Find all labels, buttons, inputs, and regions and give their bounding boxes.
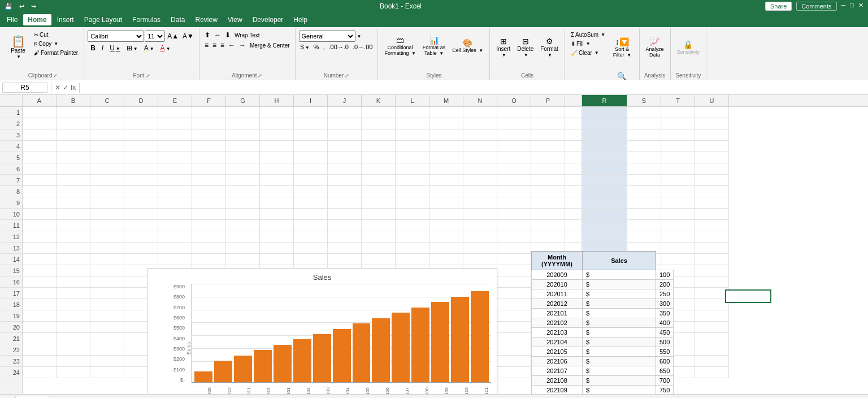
col-header-a[interactable]: A [23,95,57,106]
increase-indent-btn[interactable]: → [237,41,248,50]
cell-12-10[interactable] [328,231,362,243]
cell-12-2[interactable] [57,231,90,243]
cell-12-15[interactable] [497,231,531,243]
cell-14-5[interactable] [158,254,192,265]
cell-4-8[interactable] [260,141,294,152]
format-as-table-btn[interactable]: 📊 Format asTable ▼ [420,31,449,62]
cell-21-1[interactable] [23,333,57,344]
row-num-20[interactable]: 20 [0,322,22,333]
analyze-data-btn[interactable]: 📈 AnalyzeData [643,31,667,64]
font-name-select[interactable]: Calibri [88,31,144,42]
cell-12-20[interactable] [661,231,695,243]
minimize-btn[interactable]: ─ [841,2,846,11]
cell-1-11[interactable] [362,107,396,118]
cell-5-11[interactable] [362,152,396,163]
cell-3-6[interactable] [192,129,226,141]
cell-14-2[interactable] [57,254,90,265]
cell-7-9[interactable] [294,175,328,186]
cell-7-16[interactable] [531,175,565,186]
cell-2-6[interactable] [192,118,226,129]
cell-2-20[interactable] [661,118,695,129]
cell-8-4[interactable] [124,186,158,197]
cell-13-7[interactable] [226,243,260,254]
row-num-5[interactable]: 5 [0,152,22,163]
cell-1-14[interactable] [463,107,497,118]
fill-btn[interactable]: ⬇ Fill ▼ [568,40,607,48]
cell-17-21[interactable] [695,288,729,299]
cell-22-2[interactable] [57,344,90,356]
cell-15-2[interactable] [57,265,90,276]
cell-11-8[interactable] [260,220,294,231]
cell-3-20[interactable] [661,129,695,141]
cell-12-9[interactable] [294,231,328,243]
cell-13-6[interactable] [192,243,226,254]
cell-1-10[interactable] [328,107,362,118]
cell-2-15[interactable] [497,118,531,129]
cell-8-17[interactable] [565,186,582,197]
cell-5-10[interactable] [328,152,362,163]
cell-14-9[interactable] [294,254,328,265]
row-num-18[interactable]: 18 [0,299,22,310]
cell-11-10[interactable] [328,220,362,231]
cell-10-1[interactable] [23,209,57,220]
cell-13-11[interactable] [362,243,396,254]
cell-3-8[interactable] [260,129,294,141]
cell-11-7[interactable] [226,220,260,231]
cell-12-14[interactable] [463,231,497,243]
increase-font-btn[interactable]: A▲ [166,31,180,41]
cell-4-5[interactable] [158,141,192,152]
cell-10-3[interactable] [90,209,124,220]
cell-7-21[interactable] [695,175,729,186]
cell-1-18[interactable] [582,107,627,118]
italic-btn[interactable]: I [99,43,106,53]
cell-1-5[interactable] [158,107,192,118]
cell-1-1[interactable] [23,107,57,118]
cell-23-3[interactable] [90,356,124,367]
copy-button[interactable]: ⎘ Copy ▼ [32,40,80,48]
cell-2-18[interactable] [582,118,627,129]
close-btn[interactable]: ✕ [858,2,863,11]
cell-15-1[interactable] [23,265,57,276]
cell-7-8[interactable] [260,175,294,186]
table-row[interactable]: 202102$400 [532,318,674,328]
cell-6-1[interactable] [23,163,57,175]
cell-10-11[interactable] [362,209,396,220]
cell-8-7[interactable] [226,186,260,197]
table-row[interactable]: 202009$100 [532,270,674,280]
cell-16-15[interactable] [497,276,531,288]
row-num-3[interactable]: 3 [0,129,22,141]
menu-developer[interactable]: Developer [248,14,288,25]
cell-8-11[interactable] [362,186,396,197]
row-num-24[interactable]: 24 [0,367,22,378]
menu-view[interactable]: View [223,14,247,25]
cell-14-3[interactable] [90,254,124,265]
cell-12-16[interactable] [531,231,565,243]
cell-14-6[interactable] [192,254,226,265]
row-num-4[interactable]: 4 [0,141,22,152]
cell-13-4[interactable] [124,243,158,254]
cell-10-18[interactable] [582,209,627,220]
align-middle-btn[interactable]: ↔ [212,31,223,40]
row-num-10[interactable]: 10 [0,209,22,220]
cell-7-14[interactable] [463,175,497,186]
cell-5-7[interactable] [226,152,260,163]
cell-9-13[interactable] [429,197,463,209]
cell-12-18[interactable] [582,231,627,243]
col-header-q[interactable] [565,95,582,106]
cell-1-17[interactable] [565,107,582,118]
cell-8-13[interactable] [429,186,463,197]
cell-12-13[interactable] [429,231,463,243]
cell-3-10[interactable] [328,129,362,141]
cell-14-11[interactable] [362,254,396,265]
col-header-t[interactable]: T [661,95,695,106]
autosum-btn[interactable]: Σ AutoSum ▼ [568,31,607,39]
cell-13-9[interactable] [294,243,328,254]
cell-20-15[interactable] [497,322,531,333]
cell-5-18[interactable] [582,152,627,163]
cell-8-3[interactable] [90,186,124,197]
cell-5-8[interactable] [260,152,294,163]
cell-17-2[interactable] [57,288,90,299]
cell-5-13[interactable] [429,152,463,163]
cell-9-6[interactable] [192,197,226,209]
cell-7-5[interactable] [158,175,192,186]
